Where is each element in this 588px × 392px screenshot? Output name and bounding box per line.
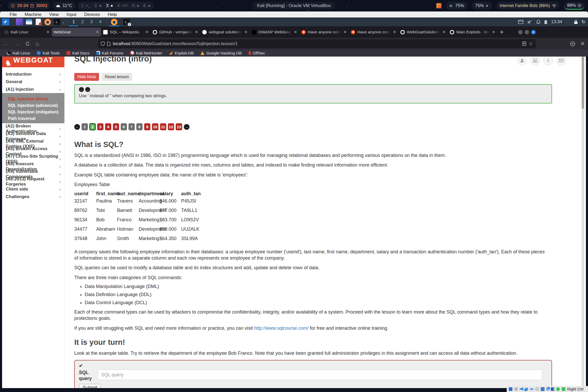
prev-hint-button[interactable]: ← <box>79 87 84 92</box>
tab-close-icon[interactable]: ✕ <box>393 30 396 34</box>
tray-app-icon[interactable] <box>436 3 442 8</box>
kali-menu-button[interactable] <box>2 19 9 25</box>
maximize-button[interactable] <box>525 30 529 34</box>
browser-tab[interactable]: Have anyone complete ✕ <box>349 28 398 36</box>
minimize-button[interactable] <box>518 30 523 34</box>
notifications-bell-icon[interactable] <box>536 20 541 24</box>
taskbar-workspace-button[interactable]: 2 <box>78 17 87 26</box>
tab-close-icon[interactable]: ✕ <box>145 30 149 34</box>
host-workspace[interactable]: 5: ● <box>132 3 139 8</box>
tracking-shield-icon[interactable] <box>101 41 105 46</box>
browser-tab[interactable]: WebGoat ✕ <box>52 28 101 36</box>
network-adapter-icon[interactable] <box>525 388 528 390</box>
vbox-menu-item[interactable]: File <box>6 12 21 17</box>
hide-hints-button[interactable]: Hide hints <box>74 73 99 81</box>
page-number-button[interactable]: 4 <box>105 123 111 130</box>
taskbar-clock[interactable]: 13:34 <box>551 19 562 24</box>
tab-close-icon[interactable]: ✕ <box>46 30 50 34</box>
page-number-button[interactable]: 10 <box>152 123 158 130</box>
close-window-button[interactable]: ✕ <box>531 30 536 34</box>
scoreboard-button[interactable] <box>530 57 540 65</box>
screen-layout-icon[interactable] <box>518 20 523 24</box>
url-text[interactable]: localhost:8080/WebGoat/start.mvc#lesson/… <box>113 41 520 46</box>
browser-tab[interactable]: webgoat solutions - Go ✕ <box>200 28 250 36</box>
pocket-icon[interactable] <box>570 41 575 46</box>
sidebar-lesson-item[interactable]: Path traversal <box>2 115 64 121</box>
bookmark-item[interactable]: Kali Tools <box>37 51 60 56</box>
hamburger-menu-icon[interactable]: ≡ <box>581 40 584 47</box>
bookmark-item[interactable]: Kali Forums <box>96 51 124 56</box>
page-number-button[interactable]: 3 <box>97 123 103 130</box>
battery-tray-icon[interactable] <box>544 20 547 24</box>
page-scrollbar[interactable] <box>581 57 584 388</box>
browser-tab[interactable]: GitHub - vernjan/webgo ✕ <box>151 28 200 36</box>
vbox-menu-item[interactable]: Help <box>104 12 121 17</box>
new-tab-button[interactable]: + <box>500 28 504 36</box>
sidebar-lesson-item[interactable]: SQL Injection (intro) <box>2 95 64 102</box>
datetime-widget[interactable]: 19:34 30/03 <box>8 2 50 10</box>
back-button[interactable]: ← <box>3 41 8 47</box>
terminal-window-button[interactable]: $_ 2 <box>123 19 130 25</box>
host-workspace[interactable]: 2: ● <box>95 3 102 8</box>
browser-tab[interactable]: Have anyone completed ✕ <box>299 28 349 36</box>
host-workspace[interactable]: 1: >_ <box>81 3 90 8</box>
host-workspace[interactable]: 6: ● <box>143 3 150 8</box>
auto-resize-icon[interactable] <box>562 387 565 391</box>
browser-tab[interactable]: WebGoatSolutions/Sql ✕ <box>398 28 448 36</box>
browser-tab[interactable]: Kali Linux ✕ <box>2 28 52 36</box>
reset-lesson-button[interactable]: Reset lesson <box>102 73 132 81</box>
user-menu-button[interactable] <box>517 57 527 65</box>
power-menu-icon[interactable]: ↻ <box>581 19 585 25</box>
host-workspace[interactable]: 4: </> <box>117 3 128 8</box>
tab-close-icon[interactable]: ✕ <box>343 30 347 34</box>
page-number-button[interactable]: 7 <box>128 123 135 130</box>
host-workspace[interactable]: 3: ● <box>106 3 113 8</box>
text-editor-icon[interactable] <box>35 19 42 25</box>
home-button[interactable]: ⌂ <box>36 41 39 47</box>
page-number-button[interactable]: 8 <box>136 123 143 130</box>
weather-widget[interactable]: 11°C <box>53 2 75 10</box>
launcher-dropdown-chevron[interactable]: ⌄ <box>62 20 65 24</box>
tab-close-icon[interactable]: ✕ <box>442 30 446 34</box>
vbox-menu-item[interactable]: View <box>45 12 63 17</box>
brightness-indicator[interactable]: 75% ◐ <box>472 2 492 10</box>
sidebar-lesson-item[interactable]: SQL Injection (advanced) <box>2 102 64 108</box>
tab-close-icon[interactable]: ✕ <box>492 30 495 34</box>
shared-folders-icon[interactable] <box>535 387 539 391</box>
audio-icon[interactable] <box>520 387 523 391</box>
bookmark-star-icon[interactable]: ☆ <box>529 41 533 47</box>
vbox-menu-item[interactable]: Devices <box>80 12 104 17</box>
page-number-button[interactable]: 2 <box>89 123 96 130</box>
display-icon[interactable] <box>541 387 544 391</box>
tab-close-icon[interactable]: ✕ <box>244 30 248 34</box>
taskbar-workspace-button[interactable]: 3 <box>87 17 96 26</box>
taskbar-workspace-button[interactable]: 4 <box>96 17 105 26</box>
hard-disk-icon[interactable] <box>509 387 512 391</box>
bookmark-item[interactable]: OffSec <box>249 51 265 56</box>
lock-screen-icon[interactable] <box>574 20 578 24</box>
usb-devices-icon[interactable] <box>530 388 534 390</box>
taskbar-workspace-button[interactable]: 1 <box>69 17 78 26</box>
vbox-menu-item[interactable]: Machine <box>21 12 45 17</box>
prev-page-button[interactable]: ← <box>74 124 80 130</box>
sidebar-category[interactable]: General› <box>2 78 64 85</box>
page-info-icon[interactable] <box>107 42 111 46</box>
browser-tab[interactable]: OWASP WebGoat: Gen ✕ <box>250 28 299 36</box>
tab-close-icon[interactable]: ✕ <box>294 30 297 34</box>
reader-mode-icon[interactable] <box>522 41 526 46</box>
browser-tab[interactable]: SQL – Wikipedia ✕ <box>101 28 151 36</box>
root-terminal-icon[interactable]: $_ <box>53 19 61 25</box>
tab-close-icon[interactable]: ✕ <box>195 30 198 34</box>
network-indicator[interactable]: Internet Familie Bolz (86%) <box>497 2 559 10</box>
submit-button[interactable]: Submit <box>79 384 101 388</box>
vm-features-icon[interactable] <box>551 387 554 391</box>
mouse-integration-icon[interactable] <box>556 387 560 391</box>
next-hint-button[interactable]: → <box>85 87 90 92</box>
sidebar-lesson-item[interactable]: SQL Injection (mitigation) <box>2 108 64 115</box>
file-manager-icon[interactable] <box>25 19 33 25</box>
page-number-button[interactable]: 5 <box>113 123 119 130</box>
optical-disc-icon[interactable] <box>514 387 518 391</box>
recording-icon[interactable] <box>546 388 549 390</box>
sidebar-category[interactable]: Challenges› <box>2 193 64 200</box>
firefox-launcher-icon[interactable] <box>44 19 51 25</box>
